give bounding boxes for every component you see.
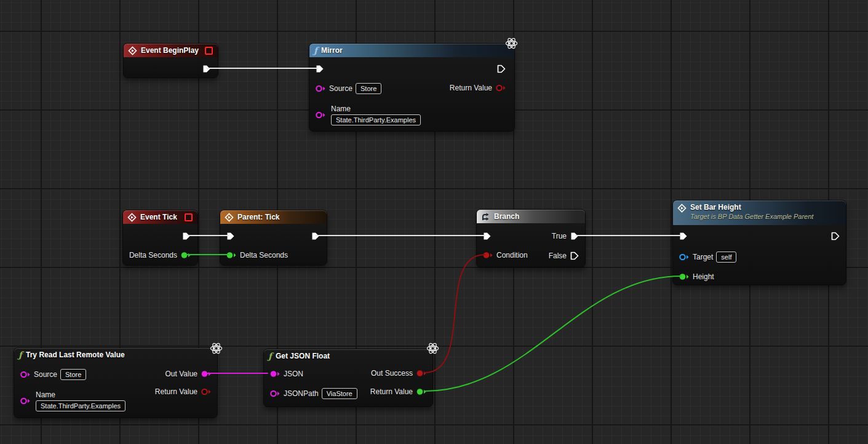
delta-seconds-out-row: Delta Seconds: [129, 248, 191, 263]
node-subtitle: Target is BP Data Getter Example Parent: [690, 212, 813, 221]
event-diamond-icon: [128, 46, 137, 55]
node-header[interactable]: ƒ Mirror: [309, 44, 514, 57]
bool-pin-icon[interactable]: [201, 387, 212, 396]
node-header[interactable]: ƒ Try Read Last Remote Value: [14, 348, 217, 362]
string-pin-icon[interactable]: [269, 389, 281, 398]
pin-label: Delta Seconds: [240, 251, 288, 260]
node-title: Get JSON Float: [276, 352, 428, 360]
float-pin-icon[interactable]: [416, 387, 427, 396]
node-header[interactable]: Set Bar Height Target is BP Data Getter …: [673, 200, 846, 225]
node-header[interactable]: Event Tick: [123, 210, 197, 224]
target-input-row: Target self: [679, 250, 736, 264]
node-title: Branch: [494, 212, 580, 221]
node-title: Mirror: [321, 46, 509, 55]
exec-pin-icon: [496, 64, 506, 74]
node-header[interactable]: Branch: [477, 210, 585, 223]
node-title: Set Bar Height: [690, 203, 813, 212]
source-value-field[interactable]: Store: [356, 83, 381, 94]
pin-label: Out Value: [165, 370, 197, 378]
height-input-row: Height: [679, 269, 714, 284]
function-icon: ƒ: [268, 352, 272, 360]
pin-label: Delta Seconds: [129, 251, 177, 260]
return-value-row: Return Value: [370, 384, 427, 399]
pin-label: Out Success: [371, 369, 413, 378]
string-pin-icon[interactable]: [20, 397, 31, 405]
pin-label: JSON: [284, 370, 303, 378]
node-header[interactable]: Event BeginPlay: [124, 44, 218, 57]
node-title: Parent: Tick: [237, 213, 322, 221]
node-mirror[interactable]: ƒ Mirror Source Store Return Value Name …: [309, 43, 515, 132]
event-diamond-icon: [127, 213, 137, 222]
out-success-row: Out Success: [371, 366, 427, 381]
exec-pin-icon[interactable]: [570, 251, 579, 261]
node-header[interactable]: ƒ Get JSON Float: [264, 349, 432, 363]
string-pin-icon[interactable]: [315, 111, 326, 119]
jsonpath-value-field[interactable]: ViaStore: [322, 388, 357, 399]
true-exec-out-row: True: [552, 229, 579, 244]
string-pin-icon[interactable]: [269, 370, 281, 378]
object-pin-icon[interactable]: [679, 253, 690, 261]
blueprint-graph-canvas[interactable]: Event BeginPlay ƒ Mirror Source Store Re…: [0, 0, 868, 444]
source-value-field[interactable]: Store: [60, 369, 86, 380]
return-value-row: Return Value: [450, 81, 506, 95]
function-icon: ƒ: [314, 46, 317, 55]
node-header[interactable]: Parent: Tick: [220, 210, 327, 224]
atom-icon: [209, 341, 223, 355]
node-branch[interactable]: Branch True Condition False: [476, 209, 586, 268]
node-title: Try Read Last Remote Value: [26, 351, 212, 359]
exec-pin-icon: [830, 231, 840, 241]
node-parent-tick[interactable]: Parent: Tick Delta Seconds: [220, 210, 327, 266]
node-try-read-last-remote-value[interactable]: ƒ Try Read Last Remote Value Source Stor…: [14, 347, 218, 418]
branch-fork-icon: [481, 212, 490, 221]
pin-label: Return Value: [370, 387, 413, 396]
event-override-icon: [185, 213, 193, 221]
wire-float-returnvalue-height[interactable]: [424, 276, 681, 391]
node-event-beginplay[interactable]: Event BeginPlay: [123, 43, 218, 78]
node-title: Event Tick: [140, 213, 181, 221]
false-exec-out-row: False: [549, 248, 579, 263]
pin-label: False: [549, 252, 567, 260]
name-value-field[interactable]: State.ThirdParty.Examples: [36, 400, 125, 411]
bool-pin-icon[interactable]: [416, 369, 427, 378]
name-value-field[interactable]: State.ThirdParty.Examples: [331, 114, 421, 125]
return-value-row: Return Value: [155, 384, 212, 399]
string-pin-icon[interactable]: [20, 370, 31, 379]
event-diamond-icon: [225, 213, 234, 222]
pin-label: Return Value: [450, 84, 492, 92]
pin-label: JSONPath: [284, 389, 319, 398]
event-override-icon: [205, 47, 213, 55]
string-pin-icon[interactable]: [315, 84, 326, 93]
pin-label: Return Value: [155, 387, 197, 396]
out-value-row: Out Value: [165, 367, 212, 381]
exec-out-pin[interactable]: [496, 61, 506, 76]
event-diamond-icon: [677, 204, 687, 213]
source-input-row: Source Store: [315, 81, 381, 96]
pin-label: Height: [693, 272, 714, 281]
atom-icon: [426, 341, 440, 355]
node-get-json-float[interactable]: ƒ Get JSON Float JSON JSONPath ViaStore …: [263, 349, 433, 407]
pin-label: Source: [329, 84, 352, 93]
exec-out-pin[interactable]: [830, 229, 840, 244]
node-event-tick[interactable]: Event Tick Delta Seconds: [122, 210, 198, 266]
source-input-row: Source Store: [20, 367, 86, 382]
node-title: Event BeginPlay: [141, 46, 201, 55]
pin-label: Name: [36, 390, 55, 399]
delta-seconds-in-row: Delta Seconds: [226, 248, 288, 263]
json-input-row: JSON: [269, 367, 303, 381]
pin-label: True: [552, 232, 567, 240]
condition-input-row: Condition: [482, 248, 528, 263]
node-set-bar-height[interactable]: Set Bar Height Target is BP Data Getter …: [672, 200, 846, 285]
pin-label: Source: [34, 370, 57, 379]
atom-icon: [504, 36, 519, 50]
name-input-row: Name State.ThirdParty.Examples: [315, 103, 421, 127]
function-icon: ƒ: [18, 351, 22, 359]
name-input-row: Name State.ThirdParty.Examples: [20, 389, 125, 413]
jsonpath-input-row: JSONPath ViaStore: [269, 386, 357, 401]
pin-label: Target: [693, 253, 713, 261]
pin-label: Condition: [496, 251, 528, 260]
bool-pin-icon[interactable]: [495, 84, 506, 92]
target-value-field[interactable]: self: [716, 252, 736, 263]
pin-label: Name: [331, 105, 351, 113]
